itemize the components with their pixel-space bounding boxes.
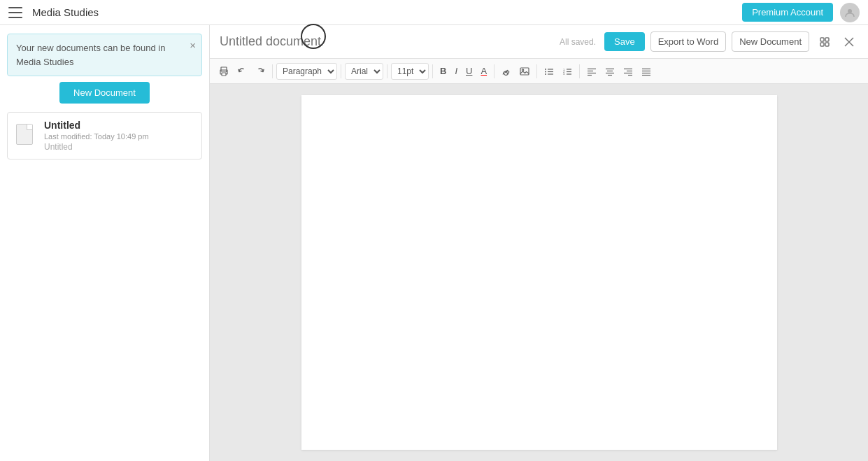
toolbar-divider-6 (536, 64, 537, 78)
format-toolbar: Paragraph Arial 11pt B I U A (210, 59, 868, 84)
premium-account-button[interactable]: Premium Account (742, 3, 833, 22)
avatar[interactable] (840, 3, 860, 22)
document-icon (16, 124, 36, 148)
font-color-button[interactable]: A (477, 64, 490, 78)
bold-button[interactable]: B (436, 64, 450, 78)
export-to-word-button[interactable]: Export to Word (650, 31, 726, 52)
justify-button[interactable] (638, 64, 655, 78)
svg-point-10 (226, 71, 227, 72)
fullscreen-icon[interactable] (815, 34, 834, 50)
print-button[interactable] (215, 64, 232, 78)
toolbar-divider-4 (432, 64, 433, 78)
new-document-top-button[interactable]: New Document (732, 31, 809, 52)
align-right-button[interactable] (620, 64, 636, 78)
notification-message: Your new documents can be found in Media… (16, 43, 165, 67)
svg-point-14 (545, 71, 546, 72)
notification-close-button[interactable]: × (190, 40, 196, 50)
notification-banner: Your new documents can be found in Media… (7, 34, 202, 76)
italic-button[interactable]: I (451, 64, 461, 78)
document-info: Untitled Last modified: Today 10:49 pm U… (44, 120, 193, 152)
svg-rect-2 (825, 38, 829, 41)
toolbar-divider-7 (579, 64, 580, 78)
sidebar: Your new documents can be found in Media… (0, 25, 210, 461)
align-center-button[interactable] (602, 64, 618, 78)
bullet-list-button[interactable] (541, 64, 557, 78)
editor-container: All saved. Save Export to Word New Docum… (210, 25, 868, 461)
insert-image-button[interactable] (516, 64, 533, 78)
svg-rect-1 (820, 38, 824, 41)
font-size-select[interactable]: 11pt (391, 63, 429, 80)
document-modified: Last modified: Today 10:49 pm (44, 132, 193, 141)
editor-page[interactable] (301, 95, 777, 450)
document-list-item[interactable]: Untitled Last modified: Today 10:49 pm U… (7, 112, 202, 159)
numbered-list-button[interactable]: 1. 2. 3. (559, 64, 576, 78)
toolbar-divider-2 (341, 64, 341, 78)
toolbar-divider-3 (387, 64, 387, 78)
toolbar-divider-1 (272, 64, 273, 78)
svg-point-13 (545, 69, 546, 70)
svg-rect-4 (825, 43, 829, 46)
redo-button[interactable] (252, 64, 269, 78)
align-left-button[interactable] (583, 64, 600, 78)
svg-point-12 (522, 69, 523, 70)
close-editor-button[interactable] (840, 34, 858, 50)
svg-point-0 (848, 9, 852, 13)
save-button[interactable]: Save (604, 32, 645, 51)
document-name: Untitled (44, 120, 193, 131)
svg-rect-9 (222, 73, 226, 76)
sidebar-new-document-button[interactable]: New Document (59, 82, 150, 104)
editor-content-area[interactable] (210, 84, 868, 461)
menu-icon[interactable] (8, 7, 22, 18)
svg-text:3.: 3. (563, 72, 565, 76)
svg-rect-11 (520, 68, 529, 75)
save-status: All saved. (560, 37, 596, 47)
document-title-input[interactable] (220, 34, 554, 49)
undo-button[interactable] (234, 64, 250, 78)
insert-link-button[interactable] (498, 64, 515, 78)
document-subtitle: Untitled (44, 142, 193, 152)
toolbar-divider-5 (494, 64, 495, 78)
svg-point-15 (545, 73, 546, 75)
svg-rect-7 (221, 67, 227, 71)
editor-topbar: All saved. Save Export to Word New Docum… (210, 25, 868, 59)
underline-button[interactable]: U (462, 64, 476, 78)
font-select[interactable]: Arial (345, 63, 383, 80)
header: Media Studies Premium Account (0, 0, 868, 25)
svg-rect-3 (820, 43, 824, 46)
paragraph-style-select[interactable]: Paragraph (276, 63, 337, 80)
app-title: Media Studies (32, 6, 742, 18)
